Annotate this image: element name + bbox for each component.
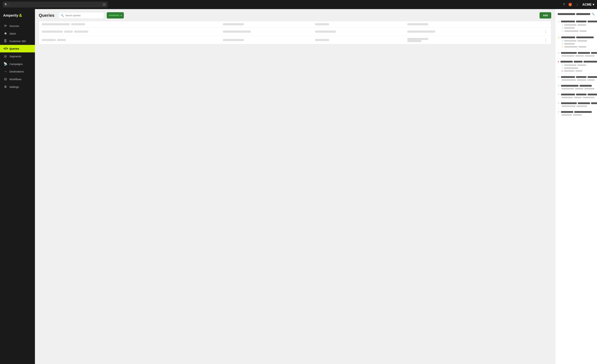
- skeleton: [577, 24, 586, 26]
- rp-title-block: [561, 111, 592, 113]
- skeleton: [575, 55, 583, 57]
- rp-item-header: ✓: [558, 102, 595, 104]
- skeleton: [576, 13, 590, 15]
- rp-item-header: ✓: [558, 111, 595, 113]
- sidebar-item-label-customer360: Customer 360: [9, 40, 26, 43]
- sidebar-item-segments[interactable]: ◎ Segments: [0, 52, 35, 60]
- rp-sub-lines: ✓ ✓ ◌: [558, 24, 595, 32]
- skeleton: [561, 85, 579, 87]
- global-search-input[interactable]: [9, 3, 102, 6]
- skeleton: [407, 38, 428, 40]
- sidebar-item-label-segments: Segments: [9, 55, 21, 58]
- rp-sub-lines: [558, 88, 595, 89]
- skeleton: [577, 105, 587, 107]
- success-icon: ✓: [558, 111, 560, 113]
- sidebar-item-workflows[interactable]: ⊟ Workflows: [0, 75, 35, 83]
- skeleton: [583, 61, 597, 63]
- skeleton: [574, 111, 592, 113]
- global-search-bar[interactable]: 🔍 /: [3, 1, 108, 8]
- error-icon: ●: [558, 60, 559, 63]
- warning-icon: ⚠: [558, 36, 560, 39]
- rp-title-block: [561, 85, 592, 87]
- table-row: ⋮: [39, 36, 551, 44]
- skeleton: [587, 79, 595, 81]
- skeleton: [577, 79, 586, 81]
- sidebar-item-settings[interactable]: ⚙ Settings: [0, 83, 35, 91]
- skeleton: [591, 102, 597, 104]
- check-icon: ✓: [562, 40, 563, 42]
- right-panel-item: ✓: [555, 83, 597, 91]
- skeleton: [562, 97, 573, 98]
- sidebar-item-stitch[interactable]: ✱ Stitch: [0, 30, 35, 37]
- rp-sub-row: ✓: [562, 67, 595, 69]
- search-queries-input[interactable]: [65, 14, 102, 17]
- rp-sub-lines: [558, 55, 595, 57]
- rp-sub-lines: [558, 79, 595, 81]
- right-panel-item: ✓: [555, 74, 597, 83]
- page-title: Queries: [39, 13, 54, 18]
- skeleton: [315, 31, 336, 33]
- skeleton: [579, 46, 586, 47]
- filter-bar: [109, 15, 119, 16]
- logo-text: Amperity: [3, 13, 18, 17]
- error-small-icon: ●: [562, 70, 563, 72]
- skeleton: [591, 52, 597, 54]
- right-panel-search-icon[interactable]: 🔍: [592, 13, 595, 15]
- logo: Amperity &: [0, 11, 35, 22]
- skeleton: [562, 55, 574, 57]
- skeleton: [223, 39, 244, 41]
- skeleton: [564, 27, 575, 29]
- rp-sub-lines: [558, 114, 595, 116]
- row-menu-icon[interactable]: ⋮: [544, 38, 547, 42]
- sidebar-item-queries[interactable]: </> Queries: [0, 45, 35, 52]
- skeleton: [42, 23, 70, 25]
- slash-badge: /: [102, 3, 106, 6]
- filter-dropdown[interactable]: ▾: [107, 12, 124, 18]
- check-icon: ✓: [562, 24, 563, 26]
- right-panel-item: ◌ ✓ ✓: [555, 18, 597, 34]
- check-icon: ✓: [562, 67, 563, 69]
- sidebar: Amperity & ⟳ Sources ✱ Stitch 🗄 Customer…: [0, 9, 35, 364]
- rp-sub-row: ✓: [562, 43, 595, 45]
- skeleton: [576, 21, 587, 22]
- skeleton: [562, 79, 576, 81]
- skeleton: [42, 31, 63, 33]
- right-panel: 🔍 ◌ ✓: [555, 9, 597, 364]
- sidebar-item-label-campaigns: Campaigns: [9, 63, 23, 65]
- rp-sub-row: [562, 105, 595, 107]
- rp-sub-row: [562, 97, 595, 98]
- skeleton: [223, 23, 244, 25]
- add-query-button[interactable]: Add: [540, 12, 551, 18]
- search-queries-bar[interactable]: 🔍: [58, 12, 104, 18]
- sidebar-item-destinations[interactable]: → Destinations: [0, 68, 35, 75]
- rp-sub-row: ◌: [562, 30, 595, 32]
- stitch-icon: ✱: [3, 32, 7, 35]
- skeleton: [407, 23, 428, 25]
- skeleton: [564, 24, 576, 26]
- skeleton: [574, 97, 582, 98]
- destinations-icon: →: [3, 70, 7, 73]
- table-row: [39, 21, 551, 28]
- skeleton: [561, 37, 575, 38]
- account-menu[interactable]: ACME ▾: [582, 3, 594, 7]
- skeleton: [64, 31, 73, 33]
- help-icon[interactable]: ?: [563, 3, 565, 7]
- rp-sub-row: ●: [562, 70, 595, 72]
- campaigns-icon: 📡: [3, 62, 7, 66]
- skeleton: [577, 40, 587, 42]
- sidebar-item-label-queries: Queries: [9, 47, 19, 50]
- skeleton: [564, 67, 578, 69]
- sidebar-item-sources[interactable]: ⟳ Sources: [0, 22, 35, 30]
- rp-item-header: ✓: [558, 76, 595, 78]
- skeleton: [578, 102, 590, 104]
- skeleton: [407, 31, 435, 33]
- rp-item-header: ✓: [558, 84, 595, 87]
- more-icon[interactable]: ⋮: [576, 3, 579, 7]
- sidebar-item-campaigns[interactable]: 📡 Campaigns: [0, 60, 35, 68]
- gift-icon[interactable]: 🎁: [568, 3, 572, 7]
- skeleton: [575, 88, 583, 89]
- row-menu-icon[interactable]: ⋮: [544, 30, 547, 33]
- right-panel-item: ⚠ ✓ ✓ ⚠: [555, 34, 597, 50]
- skeleton: [561, 76, 575, 78]
- sidebar-item-customer360[interactable]: 🗄 Customer 360: [0, 37, 35, 45]
